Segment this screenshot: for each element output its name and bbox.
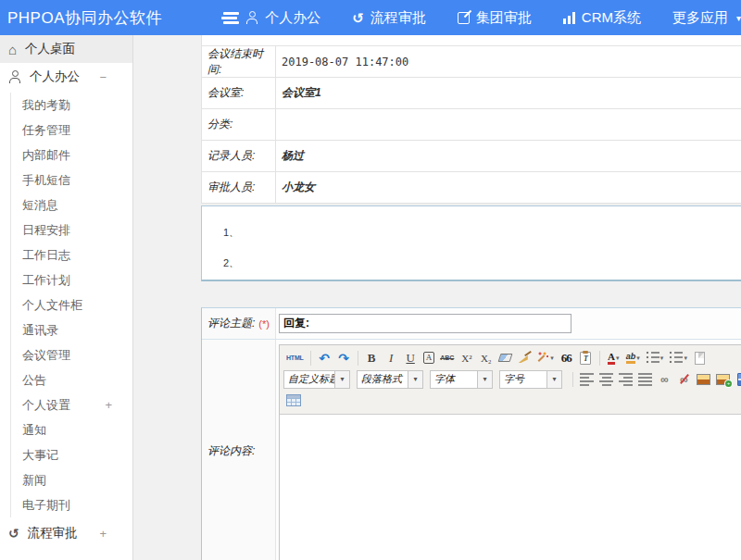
blockquote-button[interactable]: 66 <box>558 349 575 367</box>
field-label: 会议结束时间: <box>202 46 276 77</box>
bold-button[interactable]: B <box>363 349 381 367</box>
sidebar: ⌂ 个人桌面 个人办公 − 我的考勤 任务管理 内部邮件 手机短信 短消息 日程… <box>0 35 133 560</box>
sidebar-item-notification[interactable]: 通知 <box>11 417 132 442</box>
caret-down-icon: ▾ <box>736 13 741 23</box>
justify-button[interactable] <box>636 370 654 388</box>
eraser-button[interactable] <box>496 349 514 367</box>
collapse-icon[interactable]: − <box>99 70 107 84</box>
dropdown-label: 段落格式 <box>358 372 408 386</box>
html-source-button[interactable]: HTML <box>284 349 306 367</box>
caret-down-icon: ▾ <box>636 355 640 362</box>
sidebar-item-label: 通知 <box>22 422 46 439</box>
align-center-button[interactable] <box>597 370 615 388</box>
editor-content-area[interactable] <box>280 415 741 560</box>
caret-down-icon: ▾ <box>616 355 620 362</box>
highlight-icon: ab <box>626 352 636 364</box>
media-button[interactable] <box>734 370 741 388</box>
sidebar-item-work-plan[interactable]: 工作计划 <box>11 268 132 292</box>
align-right-button[interactable] <box>617 370 634 388</box>
sidebar-item-my-attendance[interactable]: 我的考勤 <box>11 93 132 118</box>
sidebar-item-announcement[interactable]: 公告 <box>11 367 132 392</box>
subscript-button[interactable]: X₂ <box>477 349 495 367</box>
nav-more-apps[interactable]: 更多应用 ▾ <box>672 9 741 27</box>
new-page-button[interactable] <box>691 349 709 367</box>
heading-style-dropdown[interactable]: 自定义标题▾ <box>283 370 350 389</box>
page-icon <box>695 352 705 365</box>
ordered-list-button[interactable]: ▾ <box>644 349 666 367</box>
nav-group-approval[interactable]: 集团审批 <box>458 9 532 27</box>
field-label: 会议室: <box>202 78 276 108</box>
nav-process-approval[interactable]: ↺ 流程审批 <box>352 9 426 27</box>
expand-icon[interactable]: + <box>105 398 112 412</box>
sidebar-item-contacts[interactable]: 通讯录 <box>11 317 132 342</box>
table-row: 记录人员: 杨过 <box>202 141 741 172</box>
sidebar-item-process-approval[interactable]: ↺ 流程审批 + <box>0 519 132 547</box>
sidebar-item-short-message[interactable]: 短消息 <box>11 193 132 218</box>
format-brush-button[interactable] <box>516 349 534 367</box>
field-value: 会议室1 <box>276 78 741 108</box>
nav-crm-system[interactable]: CRM系统 <box>563 9 641 27</box>
paragraph-format-dropdown[interactable]: 段落格式▾ <box>357 370 423 389</box>
expand-icon[interactable]: + <box>99 527 107 541</box>
sidebar-item-label: 个人办公 <box>30 68 80 85</box>
comment-subject-input[interactable] <box>279 314 571 333</box>
sidebar-item-label: 任务管理 <box>22 122 70 139</box>
font-color-icon: A <box>608 352 615 365</box>
autotypeset-button[interactable]: ▾ <box>535 349 556 367</box>
undo-button[interactable]: ↶ <box>316 349 333 367</box>
clipboard-icon <box>580 352 591 365</box>
redo-button[interactable]: ↷ <box>335 349 353 367</box>
sidebar-item-meeting-management[interactable]: 会议管理 <box>11 342 132 367</box>
nav-personal-office[interactable]: 个人办公 <box>245 9 320 27</box>
field-value: 小龙女 <box>276 172 741 203</box>
image-button[interactable] <box>695 370 712 388</box>
note-line: 2、 <box>223 248 741 279</box>
sidebar-item-personal-files[interactable]: 个人文件柜 <box>11 292 132 317</box>
sidebar-item-news[interactable]: 新闻 <box>11 467 132 492</box>
underline-button[interactable]: U <box>402 349 420 367</box>
sidebar-item-e-journal[interactable]: 电子期刊 <box>11 492 132 517</box>
field-label: 分类: <box>202 109 276 140</box>
bar-chart-icon <box>563 12 575 24</box>
sidebar-item-label: 内部邮件 <box>22 147 70 164</box>
sidebar-item-task-management[interactable]: 任务管理 <box>11 118 132 143</box>
font-size-dropdown[interactable]: 字号▾ <box>499 370 562 389</box>
table-button[interactable] <box>284 392 303 409</box>
unlink-button[interactable]: ∞ <box>675 370 693 388</box>
sidebar-item-mobile-sms[interactable]: 手机短信 <box>11 168 132 193</box>
image-icon <box>697 374 710 385</box>
main-content: 会议结束时间: 2019-08-07 11:47:00 会议室: 会议室1 分类… <box>133 35 741 560</box>
table-row: 审批人员: 小龙女 <box>202 172 741 204</box>
font-color-button[interactable]: A▾ <box>605 349 622 367</box>
highlight-button[interactable]: ab▾ <box>624 349 642 367</box>
cycle-arrow-icon: ↺ <box>352 11 364 25</box>
sidebar-item-schedule[interactable]: 日程安排 <box>11 218 132 243</box>
field-label: 记录人员: <box>202 141 276 171</box>
superscript-button[interactable]: X² <box>458 349 475 367</box>
caret-down-icon: ▾ <box>477 371 492 388</box>
comment-form: 评论主题: (*) 评论内容: <box>201 307 741 560</box>
sidebar-item-label: 流程审批 <box>28 525 78 541</box>
boxed-a-button[interactable]: A <box>423 352 435 364</box>
sidebar-item-personal-office[interactable]: 个人办公 − <box>0 63 132 91</box>
sidebar-item-internal-mail[interactable]: 内部邮件 <box>11 143 132 168</box>
sidebar-item-personal-settings[interactable]: 个人设置+ <box>11 392 132 417</box>
cycle-arrow-icon: ↺ <box>8 527 19 540</box>
paste-as-text-button[interactable] <box>577 349 595 367</box>
sidebar-item-memorabilia[interactable]: 大事记 <box>11 442 132 467</box>
field-value: 2019-08-07 11:47:00 <box>276 46 741 77</box>
italic-button[interactable]: I <box>383 349 400 367</box>
meeting-content-box: 1、 2、 <box>201 205 741 281</box>
nav-label: 流程审批 <box>370 9 426 27</box>
home-icon: ⌂ <box>8 43 17 56</box>
insert-image-button[interactable] <box>714 370 732 388</box>
unordered-list-button[interactable]: ▾ <box>667 349 689 367</box>
strikethrough-button[interactable]: ABC <box>438 349 456 367</box>
font-family-dropdown[interactable]: 字体▾ <box>430 370 493 389</box>
link-button[interactable]: ∞ <box>656 370 673 388</box>
comment-subject-label: 评论主题: (*) <box>202 308 276 339</box>
sidebar-item-personal-desktop[interactable]: ⌂ 个人桌面 <box>0 35 132 63</box>
align-left-icon <box>580 372 594 386</box>
sidebar-item-work-log[interactable]: 工作日志 <box>11 243 132 268</box>
align-left-button[interactable] <box>578 370 596 388</box>
